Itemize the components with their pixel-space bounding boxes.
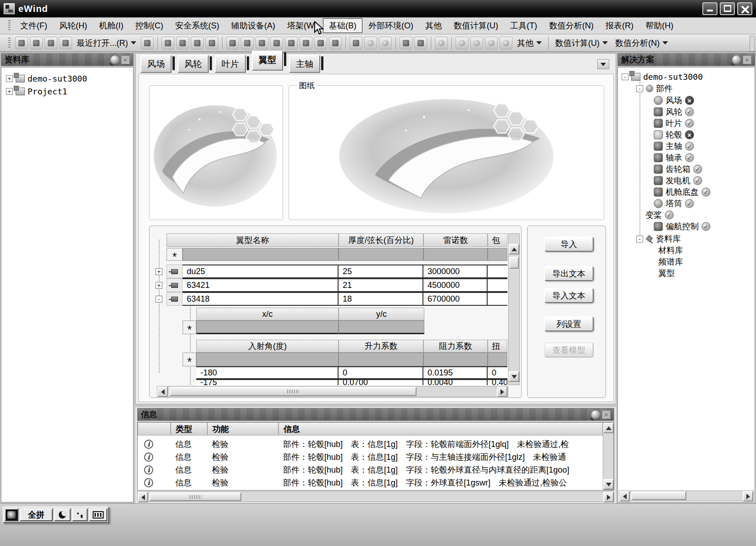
pitch-icon[interactable]: [350, 37, 362, 50]
tab-list-dropdown-button[interactable]: [597, 59, 609, 69]
tree-node-wind-field[interactable]: 风场: [654, 95, 694, 106]
new-row-cell[interactable]: [196, 320, 339, 334]
full-half-width-icon[interactable]: [54, 508, 71, 521]
bearing-icon[interactable]: [241, 37, 254, 50]
tree-node-root[interactable]: demo-sut3000: [622, 72, 703, 82]
foundation-icon[interactable]: [329, 37, 342, 50]
cell-thickness[interactable]: 21: [339, 279, 423, 291]
tree-node-blade[interactable]: 叶片: [654, 118, 694, 129]
tree-node-yaw-control[interactable]: 偏航控制: [654, 221, 711, 232]
collapse-icon[interactable]: [636, 85, 643, 92]
menu-numeric-calc[interactable]: 数值计算(U): [448, 18, 504, 33]
airfoil-row[interactable]: 63421 21 4500000: [183, 278, 507, 292]
expand-icon[interactable]: [6, 75, 13, 82]
row-header[interactable]: [167, 278, 183, 292]
save-icon[interactable]: [44, 37, 57, 50]
tree-node-gearbox[interactable]: 齿轮箱: [654, 164, 702, 175]
view-model-button[interactable]: 查看模型: [544, 342, 594, 358]
cell-clipped[interactable]: [488, 293, 507, 305]
tab-blade[interactable]: 叶片: [215, 55, 246, 73]
tree-node-main-shaft[interactable]: 主轴: [654, 141, 694, 152]
recent-open-button[interactable]: 最近打开...(R): [73, 36, 140, 50]
gearbox-icon[interactable]: [256, 37, 268, 50]
close-panel-icon[interactable]: [121, 55, 130, 64]
grid-horizontal-scrollbar[interactable]: [157, 386, 508, 397]
cell-airfoil-name[interactable]: du25: [183, 265, 339, 277]
cell-airfoil-name[interactable]: 63421: [183, 279, 339, 291]
save-all-icon[interactable]: [59, 37, 72, 50]
tree-node-library[interactable]: 资料库: [636, 233, 681, 244]
col-header-reynolds[interactable]: 雷诺数: [423, 233, 488, 247]
new-row-cell[interactable]: [423, 353, 488, 366]
autohide-pin-icon[interactable]: [732, 55, 741, 64]
brake-icon[interactable]: [379, 37, 392, 50]
info-row[interactable]: 信息 检验 部件：轮毂[hub] 表：信息[1g] 字段：外球直径[1gswr]…: [138, 476, 603, 489]
scrollbar-thumb[interactable]: [631, 491, 686, 500]
tree-node-project1[interactable]: Project1: [6, 87, 67, 96]
toolbar-gripper[interactable]: [8, 38, 11, 49]
new-row-marker[interactable]: [183, 353, 196, 366]
col-header-clipped[interactable]: 包: [488, 233, 507, 247]
info-row[interactable]: 信息 检验 部件：轮毂[hub] 表：信息[1g] 字段：轮毂前端面外径[1gl…: [138, 438, 603, 451]
cell-angle[interactable]: -180: [196, 367, 339, 378]
scroll-left-button[interactable]: [619, 491, 630, 502]
info-vertical-scrollbar[interactable]: [603, 422, 614, 490]
scrollbar-thumb[interactable]: [170, 387, 417, 396]
cell-reynolds[interactable]: 4500000: [423, 279, 488, 291]
menu-help[interactable]: 帮助(H): [639, 18, 679, 33]
airfoil-row[interactable]: du25 25 3000000: [183, 265, 507, 278]
menu-control[interactable]: 控制(C): [129, 18, 169, 33]
autohide-pin-icon[interactable]: [591, 410, 600, 419]
tree-node-components[interactable]: 部件: [636, 83, 673, 94]
soft-keyboard-icon[interactable]: [89, 508, 107, 521]
close-panel-icon[interactable]: [743, 55, 751, 64]
tree-node-rotor[interactable]: 风轮: [654, 106, 694, 117]
bell-icon[interactable]: [485, 37, 498, 50]
cell-reynolds[interactable]: 3000000: [423, 265, 488, 277]
scroll-right-button[interactable]: [497, 386, 507, 397]
tree-node-generator[interactable]: 发电机: [654, 175, 702, 186]
menu-gripper[interactable]: [8, 20, 11, 31]
tab-airfoil[interactable]: 翼型: [252, 51, 283, 71]
import-button[interactable]: 导入: [544, 237, 594, 252]
tree-node-airfoil-library[interactable]: 翼型: [658, 268, 675, 279]
globe-icon[interactable]: [470, 37, 483, 50]
open-icon[interactable]: [30, 37, 43, 50]
info-col-message[interactable]: 信息: [278, 422, 603, 436]
new-row-marker[interactable]: [167, 248, 183, 261]
ime-mode-button[interactable]: 全拼: [20, 508, 53, 521]
row-collapse-icon[interactable]: [156, 296, 162, 303]
scroll-down-button[interactable]: [603, 479, 614, 490]
menu-safety-system[interactable]: 安全系统(S): [169, 18, 225, 33]
exit-icon[interactable]: [141, 37, 154, 50]
cell-reynolds[interactable]: 6700000: [423, 293, 488, 305]
column-setup-button[interactable]: 列设置: [544, 316, 594, 331]
solution-horizontal-scrollbar[interactable]: [619, 491, 754, 501]
menu-environment[interactable]: 外部环境(O): [362, 18, 419, 33]
hub-icon[interactable]: [206, 37, 218, 50]
cell-drag[interactable]: 0.0195: [423, 367, 488, 378]
menu-file[interactable]: 文件(F): [14, 18, 53, 33]
autohide-pin-icon[interactable]: [111, 55, 119, 64]
tree-node-tower-tube[interactable]: 塔筒: [654, 198, 694, 209]
menu-foundation[interactable]: 基础(B): [323, 18, 362, 33]
menu-aux-equipment[interactable]: 辅助设备(A): [225, 18, 281, 33]
info-col-type[interactable]: 类型: [171, 422, 207, 436]
environment-icon[interactable]: [414, 37, 427, 50]
scroll-left-button[interactable]: [157, 386, 168, 397]
scroll-right-button[interactable]: [743, 491, 753, 502]
col-header-clipped[interactable]: 扭: [488, 340, 507, 353]
scrollbar-thumb[interactable]: [150, 492, 241, 501]
new-icon[interactable]: [15, 37, 28, 50]
rotor-icon[interactable]: [176, 37, 189, 50]
menu-rotor[interactable]: 风轮(H): [53, 18, 93, 33]
col-header-airfoil-name[interactable]: 翼型名称: [167, 233, 339, 247]
restore-button[interactable]: [720, 2, 735, 15]
menu-nacelle[interactable]: 机舱(I): [93, 18, 129, 33]
tree-node-spectrum-library[interactable]: 频谱库: [658, 256, 683, 267]
row-header[interactable]: [167, 265, 183, 278]
new-row-cell[interactable]: [423, 248, 488, 261]
numeric-analysis-dropdown-button[interactable]: 数值分析(N): [611, 36, 672, 50]
cell-clipped[interactable]: 0.40: [488, 380, 507, 385]
info-row[interactable]: 信息 检验 部件：轮毂[hub] 表：信息[1g] 字段：轮毂外球直径与内球直径…: [138, 463, 603, 476]
